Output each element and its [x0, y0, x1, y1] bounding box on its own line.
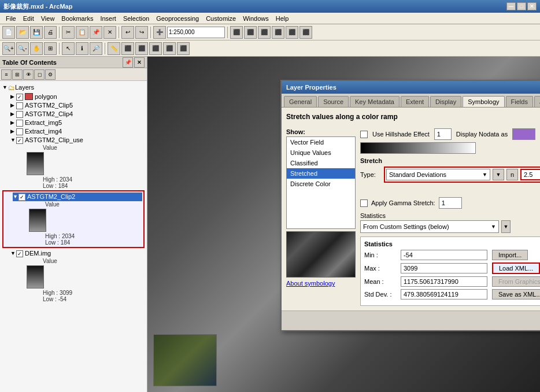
find-btn[interactable]: 🔎	[90, 42, 102, 55]
menu-insert[interactable]: Insert	[97, 14, 120, 23]
open-btn[interactable]: 📂	[16, 26, 29, 39]
identify-btn[interactable]: ℹ	[76, 42, 88, 55]
map-area[interactable]: http://blog.csdn.net/ Layer Properties —…	[147, 57, 540, 392]
add-data-btn[interactable]: ➕	[153, 26, 166, 39]
close-button[interactable]: ✕	[527, 2, 537, 10]
undo-btn[interactable]: ↩	[121, 26, 134, 39]
tool11[interactable]: ⬛	[177, 42, 190, 55]
tab-joins-relates[interactable]: Joins & Relates	[534, 96, 540, 107]
new-btn[interactable]: 📄	[2, 26, 15, 39]
tab-symbology[interactable]: Symbology	[463, 96, 504, 107]
toc-src-btn[interactable]: ⊞	[12, 69, 23, 80]
copy-btn[interactable]: 📋	[76, 26, 88, 39]
stats-dropdown-btn[interactable]: ▼	[501, 220, 511, 233]
tool8[interactable]: ⬛	[135, 42, 148, 55]
menu-selection[interactable]: Selection	[120, 14, 153, 23]
paste-btn[interactable]: 📌	[90, 26, 102, 39]
pan-btn[interactable]: ✋	[30, 42, 43, 55]
polygon-expand[interactable]: ▶	[10, 94, 16, 99]
clip2-expand[interactable]: ▼	[13, 194, 19, 199]
tool5[interactable]: ⬛	[286, 26, 298, 39]
tool1[interactable]: ⬛	[230, 26, 243, 39]
extract4-item[interactable]: ▶ Extract_img4	[10, 127, 145, 136]
print-btn[interactable]: 🖨	[44, 26, 57, 39]
toc-opts-btn[interactable]: ⚙	[45, 69, 56, 80]
extract5-item[interactable]: ▶ Extract_img5	[10, 119, 145, 127]
clip5-item[interactable]: ▶ ASTGTM2_Clip5	[10, 101, 145, 110]
type-combo-arrow[interactable]: ▼	[493, 169, 504, 180]
max-input[interactable]: 3099	[401, 263, 487, 273]
menu-help[interactable]: Help	[272, 14, 293, 23]
about-symbology-link[interactable]: About symbology	[286, 280, 356, 287]
type-combo[interactable]: Standard Deviations ▼	[386, 169, 490, 180]
extract5-checkbox[interactable]	[16, 120, 23, 127]
tab-key-metadata[interactable]: Key Metadata	[350, 96, 400, 107]
clipuse-checkbox[interactable]	[16, 137, 23, 144]
stddev-input[interactable]: 479.380569124119	[401, 289, 487, 299]
full-extent-btn[interactable]: ⊞	[44, 42, 57, 55]
tab-general[interactable]: General	[284, 96, 317, 107]
show-classified[interactable]: Classified	[287, 158, 355, 168]
from-graphics-btn[interactable]: From Graphics	[492, 276, 540, 287]
tab-display[interactable]: Display	[430, 96, 461, 107]
extract4-expand[interactable]: ▶	[10, 128, 16, 134]
extract5-expand[interactable]: ▶	[10, 120, 16, 125]
dem-item[interactable]: ▼ DEM.img	[10, 249, 145, 258]
tool9[interactable]: ⬛	[149, 42, 162, 55]
show-discrete-color[interactable]: Discrete Color	[287, 179, 355, 189]
toc-list-btn[interactable]: ≡	[1, 69, 12, 80]
maximize-button[interactable]: □	[517, 2, 526, 10]
tool3[interactable]: ⬛	[258, 26, 271, 39]
clip4-item[interactable]: ▶ ASTGTM2_Clip4	[10, 110, 145, 119]
dem-checkbox[interactable]	[16, 250, 23, 257]
hillshade-value[interactable]	[434, 128, 452, 140]
tool10[interactable]: ⬛	[163, 42, 176, 55]
import-btn[interactable]: Import...	[492, 250, 528, 260]
menu-file[interactable]: File	[2, 14, 20, 23]
menu-windows[interactable]: Windows	[239, 14, 272, 23]
zoom-in-btn[interactable]: 🔍+	[2, 42, 15, 55]
load-xml-btn[interactable]: Load XML...	[492, 262, 540, 274]
show-vector-field[interactable]: Vector Field	[287, 137, 355, 147]
menu-view[interactable]: View	[38, 14, 58, 23]
clip2-item[interactable]: ▼ ASTGTM2_Clip2	[13, 193, 142, 201]
clip4-checkbox[interactable]	[16, 111, 23, 118]
polygon-item[interactable]: ▶ polygon	[10, 93, 145, 101]
tool6[interactable]: ⬛	[299, 26, 312, 39]
dem-expand[interactable]: ▼	[10, 250, 16, 256]
mean-input[interactable]: 1175.50617317990	[401, 276, 487, 287]
save-xml-btn[interactable]: Save as XML...	[492, 289, 540, 299]
polygon-checkbox[interactable]	[16, 94, 23, 101]
tool2[interactable]: ⬛	[244, 26, 257, 39]
tab-source[interactable]: Source	[318, 96, 349, 107]
n-input[interactable]: 2.5	[520, 169, 540, 180]
clip2-checkbox[interactable]	[19, 194, 25, 201]
clip5-checkbox[interactable]	[16, 102, 23, 109]
measure-btn[interactable]: 📏	[108, 42, 120, 55]
cut-btn[interactable]: ✂	[62, 26, 75, 39]
clip4-expand[interactable]: ▶	[10, 111, 16, 117]
menu-bookmarks[interactable]: Bookmarks	[58, 14, 97, 23]
nodata-color[interactable]	[512, 128, 535, 140]
scale-input[interactable]: 1:250,000	[167, 27, 225, 38]
clipuse-expand[interactable]: ▼	[10, 137, 16, 143]
zoom-out-btn[interactable]: 🔍-	[16, 42, 29, 55]
gamma-input[interactable]: 1	[439, 197, 462, 209]
tab-extent[interactable]: Extent	[401, 96, 429, 107]
redo-btn[interactable]: ↪	[135, 26, 148, 39]
select-btn[interactable]: ↖	[62, 42, 75, 55]
tool7[interactable]: ⬛	[121, 42, 134, 55]
menu-edit[interactable]: Edit	[20, 14, 38, 23]
layers-expand[interactable]: ▼	[2, 84, 8, 90]
toc-vis-btn[interactable]: 👁	[23, 69, 34, 80]
show-stretched[interactable]: Stretched	[287, 168, 355, 179]
toc-pin-btn[interactable]: 📌	[123, 57, 133, 68]
clipuse-item[interactable]: ▼ ASTGTM2_Clip_use	[10, 136, 145, 145]
save-btn[interactable]: 💾	[30, 26, 43, 39]
show-unique-values[interactable]: Unique Values	[287, 147, 355, 158]
menu-geoprocessing[interactable]: Geoprocessing	[153, 14, 202, 23]
delete-btn[interactable]: ✕	[103, 26, 116, 39]
tool4[interactable]: ⬛	[272, 26, 284, 39]
toc-sel-btn[interactable]: ◻	[34, 69, 45, 80]
menu-customize[interactable]: Customize	[202, 14, 239, 23]
